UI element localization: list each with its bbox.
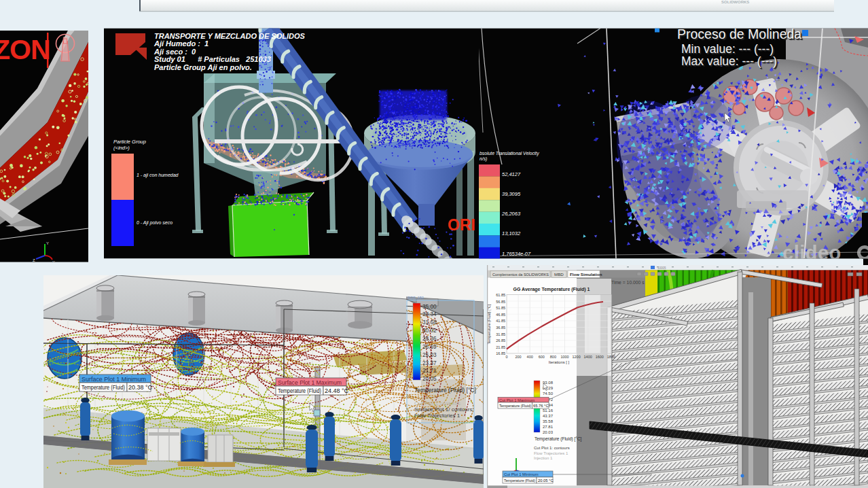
svg-text:61.85: 61.85 xyxy=(496,293,505,297)
svg-text:20.05 °C: 20.05 °C xyxy=(538,478,554,483)
svg-text:26,2063: 26,2063 xyxy=(501,211,521,217)
svg-text:Y: Y xyxy=(46,241,49,245)
svg-text:31.68: 31.68 xyxy=(422,319,437,326)
svg-text:1400: 1400 xyxy=(584,355,592,359)
svg-text:Proceso de Molineda: Proceso de Molineda xyxy=(677,27,801,41)
svg-text:31.85: 31.85 xyxy=(496,332,505,336)
svg-text:Flow Simulation: Flow Simulation xyxy=(570,272,602,277)
svg-text:Temperature (Fluid): Temperature (Fluid) xyxy=(504,478,535,483)
svg-text:39,3095: 39,3095 xyxy=(502,191,521,197)
svg-text:ZON: ZON xyxy=(0,34,50,65)
svg-text:ORI: ORI xyxy=(448,216,475,234)
svg-text:Z: Z xyxy=(33,258,35,262)
svg-text:41.85: 41.85 xyxy=(496,319,505,323)
svg-text:Ají Humedo : 1: Ají Humedo : 1 xyxy=(153,39,209,48)
svg-text:13,1032: 13,1032 xyxy=(502,230,521,237)
svg-text:800: 800 xyxy=(550,355,556,359)
svg-text:Temperature (Fluid): Temperature (Fluid) xyxy=(499,404,531,408)
svg-text:600: 600 xyxy=(539,355,545,359)
svg-text:Particle Group Aji en polvo.: Particle Group Aji en polvo. xyxy=(154,63,252,71)
svg-text:Injection 1: Injection 1 xyxy=(534,456,553,460)
svg-text:Cut Plot 1 contours: Cut Plot 1 contours xyxy=(414,400,460,406)
svg-text:bsolute Translational Velocity: bsolute Translational Velocity xyxy=(480,151,539,156)
svg-text:20.03: 20.03 xyxy=(543,430,554,434)
svg-text:200: 200 xyxy=(516,355,522,359)
svg-text:1000: 1000 xyxy=(560,355,568,359)
svg-text:Min value: --- (---): Min value: --- (---) xyxy=(681,42,774,56)
svg-text:10005: 10005 xyxy=(657,266,666,270)
svg-text:36.85: 36.85 xyxy=(496,326,505,330)
svg-text:21.71: 21.71 xyxy=(422,368,437,374)
svg-text:Flow Trajectories 1: Flow Trajectories 1 xyxy=(534,451,568,455)
svg-text:28.36: 28.36 xyxy=(422,336,437,342)
svg-text:30.02: 30.02 xyxy=(422,328,437,334)
svg-text:65.76 °C: 65.76 °C xyxy=(533,404,549,408)
svg-text:52,4127: 52,4127 xyxy=(502,171,521,177)
svg-text:400: 400 xyxy=(527,355,533,359)
svg-text:35.00: 35.00 xyxy=(422,304,437,310)
svg-text:Study 01 # Particulas 2: Study 01 # Particulas 251033 xyxy=(154,55,271,63)
svg-text:SQS_150: SQS_150 xyxy=(408,296,424,300)
svg-text:46.85: 46.85 xyxy=(496,313,505,317)
svg-text:20.38 °C: 20.38 °C xyxy=(128,384,153,391)
svg-text:0 - Aji polvo seco: 0 - Aji polvo seco xyxy=(137,220,173,226)
svg-text:GG Average Temperature (Fluid): GG Average Temperature (Fluid) 1 xyxy=(513,287,590,292)
svg-text:35.58: 35.58 xyxy=(543,419,554,423)
svg-text:1,76534e-07: 1,76534e-07 xyxy=(502,251,531,257)
svg-text:MBD: MBD xyxy=(554,272,564,277)
svg-text:16.85: 16.85 xyxy=(496,351,505,355)
svg-text:27.81: 27.81 xyxy=(543,425,554,429)
svg-text:26.85: 26.85 xyxy=(496,338,505,343)
svg-text:1200: 1200 xyxy=(572,355,580,359)
svg-text:20.05: 20.05 xyxy=(422,376,437,382)
svg-text:Max value: --- (---): Max value: --- (---) xyxy=(681,54,777,68)
svg-text:74.50: 74.50 xyxy=(543,391,554,396)
svg-text:51.85: 51.85 xyxy=(496,306,505,310)
svg-text:TRANSPORTE Y MEZCLADO DE SOLID: TRANSPORTE Y MEZCLADO DE SOLIDOS xyxy=(154,32,306,40)
svg-text:Temperature (Fluid) [°C]: Temperature (Fluid) [°C] xyxy=(414,387,476,394)
svg-text:Particle Group: Particle Group xyxy=(113,139,146,145)
svg-text:56.85: 56.85 xyxy=(496,300,505,304)
svg-text:Cut Plot 1 Minimum: Cut Plot 1 Minimum xyxy=(504,472,539,476)
svg-text:Temperature (Fluid): Temperature (Fluid) xyxy=(82,384,125,391)
svg-text:43.37: 43.37 xyxy=(543,414,554,418)
svg-text:24.48 °C: 24.48 °C xyxy=(325,387,349,394)
svg-text:Surface Plot 1 Minimum: Surface Plot 1 Minimum xyxy=(82,376,146,383)
svg-text:0: 0 xyxy=(505,355,507,359)
svg-text:Aji seco : 0: Aji seco : 0 xyxy=(153,48,196,56)
svg-text:26.69: 26.69 xyxy=(422,344,437,350)
svg-text:Time = 10.000 s: Time = 10.000 s xyxy=(611,280,645,285)
svg-text:Iterations [ ]: Iterations [ ] xyxy=(549,360,570,364)
svg-text:Temperature (Fluid): Temperature (Fluid) xyxy=(278,387,321,394)
svg-text:(<ind>): (<ind>) xyxy=(113,145,130,151)
svg-text:23.37: 23.37 xyxy=(422,360,437,366)
svg-text:25.03: 25.03 xyxy=(422,352,437,358)
svg-text:1600: 1600 xyxy=(596,355,604,359)
svg-text:1800: 1800 xyxy=(607,355,615,359)
svg-text:21.85: 21.85 xyxy=(496,345,505,349)
svg-text:33.34: 33.34 xyxy=(422,311,437,317)
svg-text:Surface Plot 1 Maximum: Surface Plot 1 Maximum xyxy=(278,379,342,386)
svg-text:Cut Plot 1 Maximum: Cut Plot 1 Maximum xyxy=(499,398,535,402)
svg-text:51.16: 51.16 xyxy=(543,408,554,413)
svg-text:Temperature (Fluid) [°C]: Temperature (Fluid) [°C] xyxy=(535,436,582,442)
svg-text:SOLIDWORKS: SOLIDWORKS xyxy=(721,0,749,4)
svg-text:n/s): n/s) xyxy=(480,156,487,162)
svg-text:Complementos da SOLIDWORKS: Complementos da SOLIDWORKS xyxy=(492,272,549,277)
svg-text:Cut Plot 1: contours: Cut Plot 1: contours xyxy=(534,446,570,450)
svg-text:Flow Trajectories 1: Flow Trajectories 1 xyxy=(414,413,460,419)
svg-text:1 - aji con humedad: 1 - aji con humedad xyxy=(137,173,179,178)
